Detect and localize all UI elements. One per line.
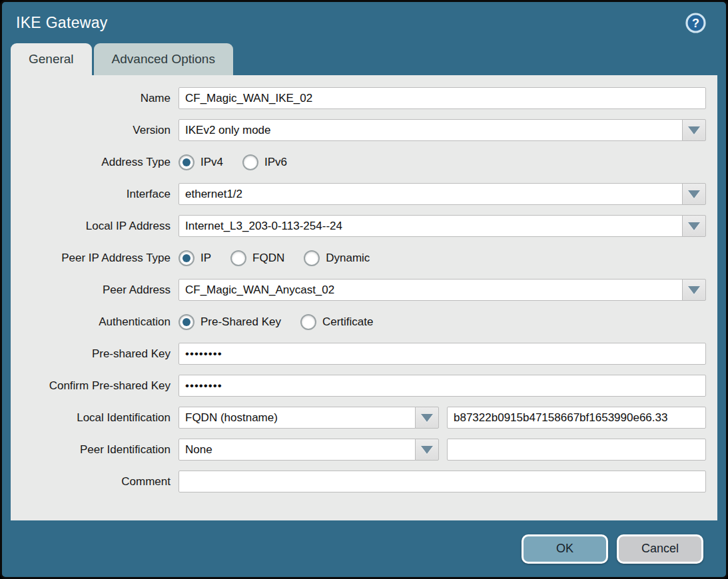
name-row: Name <box>11 87 706 109</box>
radio-fqdn[interactable]: FQDN <box>230 250 284 266</box>
interface-input[interactable] <box>179 183 683 205</box>
peer-ip-address-type-row: Peer IP Address Type IP FQDN Dynamic <box>11 247 706 269</box>
chevron-down-icon <box>421 446 433 454</box>
peer-address-input[interactable] <box>179 279 683 301</box>
tab-general[interactable]: General <box>11 43 92 75</box>
local-identification-dropdown-button[interactable] <box>415 407 439 429</box>
ok-button[interactable]: OK <box>522 534 608 564</box>
pre-shared-key-label: Pre-shared Key <box>11 347 179 361</box>
peer-identification-type-input[interactable] <box>179 439 416 461</box>
radio-ipv6-label: IPv6 <box>264 156 287 169</box>
local-ip-address-label: Local IP Address <box>11 220 179 233</box>
local-identification-type-input[interactable] <box>179 407 416 429</box>
authentication-row: Authentication Pre-Shared Key Certificat… <box>11 311 706 333</box>
confirm-pre-shared-key-input[interactable] <box>179 375 706 397</box>
pre-shared-key-input[interactable] <box>179 343 706 365</box>
radio-ip-label: IP <box>200 252 211 265</box>
radio-fqdn-control[interactable] <box>230 250 246 266</box>
address-type-label: Address Type <box>11 156 179 169</box>
radio-certificate-control[interactable] <box>300 314 316 330</box>
local-ip-address-dropdown-button[interactable] <box>682 215 706 237</box>
local-identification-value-input[interactable] <box>447 407 706 429</box>
radio-ip-control[interactable] <box>179 250 194 266</box>
dialog-title: IKE Gateway <box>16 14 108 32</box>
cancel-button[interactable]: Cancel <box>617 534 703 564</box>
authentication-radio-group: Pre-Shared Key Certificate <box>179 314 373 330</box>
dialog-footer: OK Cancel <box>2 520 726 577</box>
tab-advanced-options[interactable]: Advanced Options <box>94 43 233 75</box>
radio-pre-shared-key-control[interactable] <box>179 314 194 330</box>
chevron-down-icon <box>688 190 700 198</box>
radio-ip[interactable]: IP <box>179 250 211 266</box>
radio-pre-shared-key-label: Pre-Shared Key <box>200 315 281 329</box>
radio-dynamic-control[interactable] <box>304 250 320 266</box>
tab-advanced-options-label: Advanced Options <box>112 52 215 67</box>
radio-ipv4-label: IPv4 <box>200 156 223 169</box>
title-bar: IKE Gateway ? <box>2 2 726 43</box>
comment-label: Comment <box>11 475 179 488</box>
name-label: Name <box>11 92 179 105</box>
version-row: Version <box>11 119 706 141</box>
ike-gateway-dialog: IKE Gateway ? General Advanced Options N… <box>0 0 728 579</box>
peer-address-label: Peer Address <box>11 284 179 297</box>
authentication-label: Authentication <box>11 315 179 329</box>
address-type-row: Address Type IPv4 IPv6 <box>11 151 706 173</box>
radio-dynamic[interactable]: Dynamic <box>304 250 370 266</box>
peer-identification-row: Peer Identification <box>11 439 706 461</box>
pre-shared-key-row: Pre-shared Key <box>11 343 706 365</box>
confirm-pre-shared-key-row: Confirm Pre-shared Key <box>11 375 706 397</box>
local-ip-address-input[interactable] <box>179 215 683 237</box>
radio-ipv6-control[interactable] <box>242 154 258 170</box>
radio-ipv6[interactable]: IPv6 <box>242 154 287 170</box>
interface-dropdown-button[interactable] <box>682 183 706 205</box>
chevron-down-icon <box>688 126 700 134</box>
general-tab-panel: Name Version Address Type I <box>11 75 717 520</box>
radio-certificate-label: Certificate <box>322 315 374 329</box>
version-dropdown-button[interactable] <box>682 119 706 141</box>
peer-ip-address-type-radio-group: IP FQDN Dynamic <box>179 250 370 266</box>
local-identification-row: Local Identification <box>11 407 706 429</box>
radio-certificate[interactable]: Certificate <box>300 314 374 330</box>
peer-identification-value-input[interactable] <box>447 439 706 461</box>
local-identification-label: Local Identification <box>11 411 179 425</box>
address-type-radio-group: IPv4 IPv6 <box>179 154 287 170</box>
peer-identification-label: Peer Identification <box>11 443 179 457</box>
tab-general-label: General <box>29 52 74 67</box>
peer-address-dropdown-button[interactable] <box>682 279 706 301</box>
chevron-down-icon <box>688 286 700 294</box>
radio-pre-shared-key[interactable]: Pre-Shared Key <box>179 314 281 330</box>
version-input[interactable] <box>179 119 683 141</box>
interface-label: Interface <box>11 188 179 201</box>
confirm-pre-shared-key-label: Confirm Pre-shared Key <box>11 379 179 393</box>
peer-address-row: Peer Address <box>11 279 706 301</box>
peer-identification-dropdown-button[interactable] <box>415 439 439 461</box>
interface-row: Interface <box>11 183 706 205</box>
tab-bar: General Advanced Options <box>2 43 726 75</box>
radio-ipv4-control[interactable] <box>179 154 194 170</box>
chevron-down-icon <box>688 222 700 230</box>
radio-dynamic-label: Dynamic <box>326 252 370 265</box>
comment-input[interactable] <box>179 471 706 492</box>
help-icon[interactable]: ? <box>685 13 706 33</box>
chevron-down-icon <box>421 414 433 422</box>
local-ip-address-row: Local IP Address <box>11 215 706 237</box>
radio-fqdn-label: FQDN <box>252 252 284 265</box>
peer-ip-address-type-label: Peer IP Address Type <box>11 252 179 265</box>
version-label: Version <box>11 124 179 137</box>
radio-ipv4[interactable]: IPv4 <box>179 154 223 170</box>
comment-row: Comment <box>11 471 706 492</box>
svg-text:?: ? <box>692 17 699 30</box>
name-input[interactable] <box>179 87 706 109</box>
